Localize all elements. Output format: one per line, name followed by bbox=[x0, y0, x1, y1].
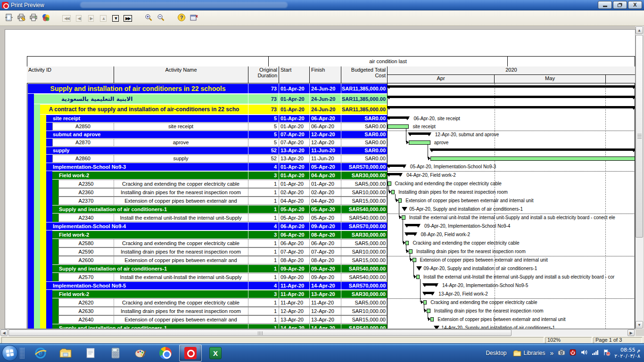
chrome-taskbar-button[interactable] bbox=[154, 345, 177, 362]
gantt-task-bar bbox=[398, 198, 402, 203]
windows-explorer-taskbar-button[interactable] bbox=[54, 345, 77, 362]
vertical-scrollbar[interactable]: ▲ ▼ bbox=[636, 26, 644, 329]
prev-page-button[interactable]: ◀ bbox=[73, 13, 84, 24]
tray-overflow-chevron[interactable]: » bbox=[550, 349, 554, 357]
first-page-button[interactable]: ◀◀ bbox=[61, 13, 72, 24]
zoom-in-button[interactable] bbox=[143, 13, 154, 24]
cell-divider bbox=[341, 172, 341, 179]
cell-start-date: 01-Apr-20 bbox=[281, 180, 309, 188]
cell-budgeted-total-cost: SAR15,000.00 bbox=[342, 197, 386, 205]
cell-original-duration: 3 bbox=[248, 230, 277, 239]
hierarchy-band bbox=[46, 171, 52, 180]
last-page-button[interactable]: ▶▶ bbox=[122, 13, 133, 24]
primavera-p6-taskbar-button[interactable] bbox=[179, 345, 202, 362]
cell-divider bbox=[114, 256, 114, 264]
horizontal-scrollbar[interactable]: ◀ ▶ bbox=[0, 329, 636, 336]
group-separator-line bbox=[388, 171, 635, 172]
cell-divider bbox=[279, 147, 279, 154]
volume-icon[interactable] bbox=[580, 351, 588, 357]
col-header-budgeted-total-cost: Budgeted Total Cost bbox=[341, 66, 387, 83]
start-button[interactable] bbox=[2, 345, 18, 361]
cell-divider bbox=[309, 307, 310, 315]
hierarchy-band bbox=[34, 163, 40, 171]
hierarchy-band bbox=[46, 205, 52, 214]
hierarchy-band bbox=[28, 239, 34, 247]
cell-divider bbox=[341, 163, 341, 171]
cell-divider bbox=[279, 282, 279, 289]
restore-button[interactable] bbox=[613, 1, 627, 9]
scroll-left-button[interactable]: ◀ bbox=[0, 329, 8, 336]
hierarchy-band bbox=[46, 264, 52, 273]
internet-explorer-taskbar-button[interactable]: e bbox=[29, 345, 52, 362]
cell-finish-date: 14-Apr-20 bbox=[311, 324, 340, 329]
scroll-down-button[interactable]: ▼ bbox=[636, 321, 643, 329]
close-button[interactable]: X bbox=[628, 1, 642, 9]
show-desktop-label[interactable]: Desktop bbox=[486, 350, 506, 356]
vertical-scroll-thumb[interactable] bbox=[636, 35, 643, 238]
hierarchy-band bbox=[52, 256, 58, 264]
hierarchy-band bbox=[40, 131, 46, 139]
hierarchy-band bbox=[52, 298, 58, 307]
first-page-icon: ◀◀ bbox=[62, 15, 71, 22]
col-header-original-duration: Original Duration bbox=[248, 66, 279, 83]
paint-taskbar-button[interactable] bbox=[129, 345, 152, 362]
windows-explorer-icon bbox=[59, 346, 72, 360]
libraries-item[interactable]: Libraries bbox=[511, 350, 545, 357]
gantt-bar-label: 05-Apr-20, Implementation-School No9-3 bbox=[410, 164, 496, 169]
cell-activity-name: Extension of copper pipes between extern… bbox=[115, 256, 247, 264]
cell-original-duration: 1 bbox=[248, 247, 277, 256]
cell-divider bbox=[341, 155, 341, 162]
cell-budgeted-total-cost: SAR5,000.00 bbox=[342, 180, 386, 188]
cell-divider bbox=[114, 299, 114, 306]
hierarchy-band bbox=[28, 315, 34, 324]
arrow-down-icon: ▼ bbox=[637, 323, 641, 327]
cell-divider bbox=[309, 248, 310, 255]
page-up-button[interactable]: ▲ bbox=[98, 13, 109, 24]
print-setup-button[interactable] bbox=[16, 13, 27, 24]
cell-original-duration: 73 bbox=[248, 94, 277, 104]
action-center-flag-icon[interactable]: x bbox=[603, 351, 611, 357]
cell-divider bbox=[114, 273, 114, 281]
hierarchy-band bbox=[34, 256, 40, 264]
hierarchy-band bbox=[40, 188, 46, 197]
excel-taskbar-button[interactable]: X bbox=[204, 345, 227, 362]
close-preview-button[interactable]: x bbox=[188, 13, 199, 24]
cell-divider bbox=[341, 206, 341, 213]
page-setup-button[interactable] bbox=[3, 13, 15, 24]
network-signal-icon[interactable] bbox=[592, 351, 599, 357]
publish-button[interactable] bbox=[40, 13, 51, 24]
print-button[interactable] bbox=[28, 13, 39, 24]
cell-finish-date: 04-Apr-20 bbox=[311, 171, 340, 180]
next-page-button[interactable]: ▶ bbox=[85, 13, 97, 24]
hierarchy-band bbox=[46, 155, 52, 163]
help-button[interactable]: ? bbox=[176, 13, 187, 24]
zoom-out-button[interactable] bbox=[155, 13, 166, 24]
gantt-bar-label: 12-Apr-20, submut and aprove bbox=[435, 132, 499, 137]
cell-activity-name: Installing drain pipes for the nearest i… bbox=[115, 247, 247, 256]
cell-budgeted-total-cost: SAR5,000.00 bbox=[342, 239, 386, 247]
cell-original-duration: 1 bbox=[248, 298, 277, 307]
gantt-summary-bar bbox=[388, 96, 635, 98]
scroll-up-button[interactable]: ▲ bbox=[636, 26, 643, 34]
cell-divider bbox=[341, 189, 341, 196]
page-down-button[interactable]: ▼ bbox=[110, 13, 121, 24]
cell-divider bbox=[309, 239, 310, 247]
calculator-taskbar-button[interactable]: 8 bbox=[104, 345, 127, 362]
svg-text:x: x bbox=[196, 14, 198, 18]
hierarchy-band bbox=[46, 197, 52, 205]
snipping-tool-icon[interactable] bbox=[558, 351, 565, 357]
cell-wbs-name: Implementation-School No9-3 bbox=[46, 163, 248, 171]
hierarchy-band bbox=[46, 239, 52, 247]
horizontal-scroll-thumb[interactable] bbox=[8, 329, 512, 336]
hierarchy-band bbox=[46, 290, 52, 298]
gantt-task-bar bbox=[405, 241, 409, 245]
cell-original-duration: 1 bbox=[248, 273, 277, 281]
cell-divider bbox=[309, 222, 310, 230]
notepad-taskbar-button[interactable] bbox=[79, 345, 102, 362]
power-meter-icon[interactable] bbox=[569, 351, 577, 357]
scroll-right-button[interactable]: ▶ bbox=[627, 329, 635, 336]
cell-divider bbox=[279, 222, 279, 230]
minimize-button[interactable] bbox=[598, 1, 612, 9]
preview-workspace: air condition last Activity ID Activity … bbox=[0, 26, 644, 329]
taskbar-clock[interactable]: 08:55 م ٢٠٢٠/٠٣/٠٨ bbox=[614, 347, 640, 359]
